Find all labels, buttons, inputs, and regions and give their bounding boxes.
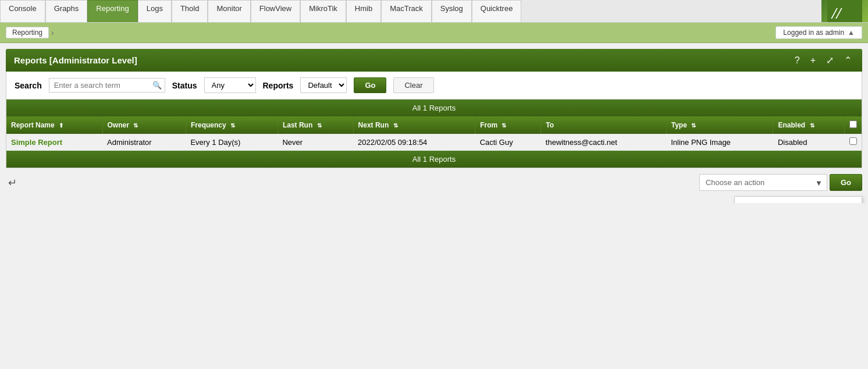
- panel-title: Reports [Administrator Level]: [14, 55, 137, 65]
- search-go-button[interactable]: Go: [354, 77, 386, 93]
- cell-report-name: Simple Report: [6, 134, 102, 151]
- breadcrumb: Reporting ›: [6, 27, 54, 38]
- sort-icon-next-run: ⇅: [393, 122, 398, 129]
- th-from[interactable]: From ⇅: [475, 116, 541, 134]
- select-all-checkbox[interactable]: [849, 120, 857, 128]
- sort-icon-last-run: ⇅: [317, 122, 322, 129]
- cell-from: Cacti Guy: [475, 134, 541, 151]
- table-row: Simple Report Administrator Every 1 Day(…: [6, 134, 862, 151]
- svg-text://: //: [831, 4, 842, 22]
- tab-reporting[interactable]: Reporting: [87, 0, 137, 22]
- th-last-run[interactable]: Last Run ⇅: [278, 116, 353, 134]
- tab-logs[interactable]: Logs: [138, 0, 172, 22]
- th-next-run[interactable]: Next Run ⇅: [353, 116, 475, 134]
- sort-icon-frequency: ⇅: [230, 122, 235, 129]
- breadcrumb-bar: Reporting › Logged in as admin ▲: [0, 23, 868, 43]
- th-frequency[interactable]: Frequency ⇅: [186, 116, 278, 134]
- search-icon: 🔍: [152, 81, 162, 90]
- footer-action-bar: ↵ Choose an action ▼ Go Choose an action…: [6, 168, 862, 197]
- reports-label: Reports: [263, 81, 294, 90]
- cell-type: Inline PNG Image: [666, 134, 773, 151]
- status-label: Status: [172, 81, 197, 90]
- panel-header: Reports [Administrator Level] ? + ⤢ ⌃: [6, 49, 862, 72]
- reports-select[interactable]: Default All: [300, 77, 347, 93]
- tab-graphs[interactable]: Graphs: [45, 0, 88, 22]
- add-report-button[interactable]: +: [808, 54, 818, 67]
- sort-icon-type: ⇅: [691, 122, 696, 129]
- panel-action-buttons: ? + ⤢ ⌃: [792, 54, 854, 67]
- breadcrumb-item[interactable]: Reporting: [6, 27, 49, 38]
- action-dropdown-menu: Choose an action Send Now Duplicate Enab…: [734, 196, 862, 203]
- cell-enabled: Disabled: [773, 134, 845, 151]
- search-label: Search: [15, 81, 42, 90]
- user-dropdown-icon[interactable]: ▲: [848, 29, 855, 37]
- th-type[interactable]: Type ⇅: [666, 116, 773, 134]
- search-clear-button[interactable]: Clear: [393, 77, 433, 93]
- sort-icon-owner: ⇅: [133, 122, 138, 129]
- tab-monitor[interactable]: Monitor: [208, 0, 250, 22]
- status-select[interactable]: Any Enabled Disabled: [204, 77, 256, 93]
- cell-last-run: Never: [278, 134, 353, 151]
- dropdown-item-choose[interactable]: Choose an action: [735, 197, 862, 203]
- reports-table-wrapper: All 1 Reports Report Name ⬆ Owner ⇅ Freq…: [6, 100, 862, 168]
- reports-table: Report Name ⬆ Owner ⇅ Frequency ⇅ Last R…: [6, 116, 862, 151]
- row-checkbox[interactable]: [849, 137, 857, 145]
- table-header-row: Report Name ⬆ Owner ⇅ Frequency ⇅ Last R…: [6, 116, 862, 134]
- cell-frequency: Every 1 Day(s): [186, 134, 278, 151]
- tab-quicktree[interactable]: Quicktree: [472, 0, 522, 22]
- collapse-button[interactable]: ⌃: [842, 54, 854, 67]
- th-owner[interactable]: Owner ⇅: [102, 116, 186, 134]
- logged-in-text: Logged in as admin: [783, 29, 844, 37]
- tab-mikrotik[interactable]: MikroTik: [300, 0, 346, 22]
- sort-icon-report-name: ⬆: [59, 122, 63, 129]
- action-controls: Choose an action ▼ Go Choose an action S…: [699, 174, 862, 191]
- th-report-name[interactable]: Report Name ⬆: [6, 116, 102, 134]
- top-navigation: Console Graphs Reporting Logs Thold Moni…: [0, 0, 868, 23]
- report-name-link[interactable]: Simple Report: [11, 138, 62, 147]
- search-bar: Search 🔍 Status Any Enabled Disabled Rep…: [6, 72, 862, 100]
- logged-in-badge: Logged in as admin ▲: [775, 26, 862, 39]
- action-go-button[interactable]: Go: [830, 174, 862, 191]
- cell-checkbox: [845, 134, 862, 151]
- app-logo: //: [821, 0, 868, 22]
- sort-icon-from: ⇅: [501, 122, 506, 129]
- th-select-all[interactable]: [845, 116, 862, 134]
- help-button[interactable]: ?: [792, 54, 802, 67]
- tab-console[interactable]: Console: [0, 0, 45, 22]
- search-input-wrapper: 🔍: [49, 78, 165, 93]
- search-input[interactable]: [49, 78, 165, 93]
- tab-thold[interactable]: Thold: [172, 0, 208, 22]
- action-select[interactable]: Choose an action: [699, 174, 827, 191]
- breadcrumb-arrow-icon: ›: [51, 28, 54, 37]
- tab-syslog[interactable]: Syslog: [432, 0, 472, 22]
- tab-hmib[interactable]: Hmib: [346, 0, 381, 22]
- table-summary-top: All 1 Reports: [6, 100, 862, 116]
- action-select-wrapper: Choose an action ▼: [699, 174, 827, 191]
- th-enabled[interactable]: Enabled ⇅: [773, 116, 845, 134]
- cell-next-run: 2022/02/05 09:18:54: [353, 134, 475, 151]
- th-to: To: [541, 116, 666, 134]
- tab-flowview[interactable]: FlowView: [251, 0, 300, 22]
- table-summary-bottom: All 1 Reports: [6, 151, 862, 168]
- main-content: Reports [Administrator Level] ? + ⤢ ⌃ Se…: [0, 43, 868, 203]
- cell-owner: Administrator: [102, 134, 186, 151]
- tab-mactrack[interactable]: MacTrack: [381, 0, 432, 22]
- expand-button[interactable]: ⤢: [824, 54, 836, 67]
- cell-to: thewitness@cacti.net: [541, 134, 666, 151]
- sort-icon-enabled: ⇅: [810, 122, 814, 129]
- return-icon: ↵: [6, 174, 19, 191]
